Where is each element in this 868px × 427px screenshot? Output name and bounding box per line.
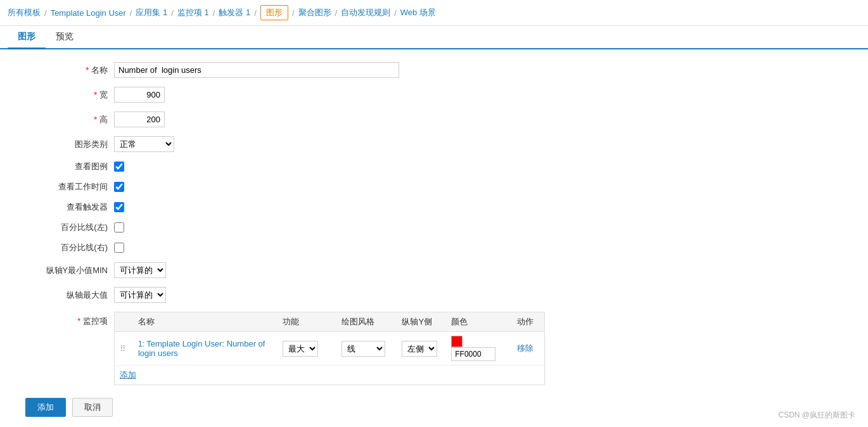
breadcrumb-sep1: / (44, 8, 47, 18)
col-color-header: 颜色 (446, 312, 511, 332)
graph-type-row: 图形类别 正常 堆叠 饼图 分离型饼图 (25, 136, 545, 152)
breadcrumb-autodiscover[interactable]: 自动发现规则 (341, 7, 390, 18)
breadcrumb-trigger[interactable]: 触发器 1 (219, 7, 250, 18)
monitor-row: 监控项 名称 功能 绘图风格 纵轴Y侧 颜色 动作 (25, 312, 545, 385)
view-workhours-label: 查看工作时间 (25, 181, 114, 193)
footer-buttons: 添加 取消 (25, 398, 545, 417)
percentile-left-checkbox[interactable] (114, 222, 124, 233)
drag-handle-icon[interactable]: ⠿ (120, 344, 126, 354)
view-workhours-checkbox[interactable] (114, 182, 124, 192)
height-label: 高 (25, 114, 114, 125)
color-swatch (451, 336, 463, 347)
percentile-right-checkbox[interactable] (114, 243, 124, 253)
form-container: 名称 宽 高 图形类别 正常 堆叠 饼图 分离型饼图 查看图例 查看工作时间 查… (0, 49, 570, 427)
table-add-link[interactable]: 添加 (115, 366, 544, 385)
item-action-cell: 移除 (512, 332, 544, 366)
ymax-row: 纵轴最大值 可计算的 固定 物品 (25, 287, 545, 303)
graph-type-select[interactable]: 正常 堆叠 饼图 分离型饼图 (114, 136, 174, 152)
view-legend-label: 查看图例 (25, 161, 114, 172)
breadcrumb-sep6: / (292, 8, 295, 18)
tab-preview[interactable]: 预览 (46, 26, 84, 49)
name-row: 名称 (25, 62, 545, 78)
name-label: 名称 (25, 65, 114, 76)
breadcrumb-monitor[interactable]: 监控项 1 (177, 7, 209, 18)
cancel-button[interactable]: 取消 (72, 398, 113, 417)
table-row: ⠿ 1: Template Login User: Number of logi… (115, 332, 544, 366)
col-drag (115, 312, 133, 332)
tab-bar: 图形 预览 (0, 26, 868, 49)
height-row: 高 (25, 112, 545, 127)
item-index: 1: (138, 340, 144, 348)
breadcrumb: 所有模板 / Template Login User / 应用集 1 / 监控项… (0, 0, 868, 26)
ymin-label: 纵轴Y最小值MIN (25, 265, 114, 276)
ymin-row: 纵轴Y最小值MIN 可计算的 固定 物品 (25, 262, 545, 278)
ymin-select[interactable]: 可计算的 固定 物品 (114, 262, 166, 278)
width-label: 宽 (25, 89, 114, 101)
item-style-cell: 线 点填充 粗线 阶梯线 (336, 332, 397, 366)
breadcrumb-sep7: / (335, 8, 338, 18)
ymax-label: 纵轴最大值 (25, 290, 114, 301)
width-input[interactable] (114, 87, 165, 103)
color-input[interactable] (451, 347, 495, 361)
breadcrumb-aggregate[interactable]: 聚合图形 (298, 7, 331, 18)
remove-link[interactable]: 移除 (517, 343, 533, 353)
breadcrumb-sep8: / (394, 8, 397, 18)
name-input[interactable] (114, 62, 399, 78)
item-style-select[interactable]: 线 点填充 粗线 阶梯线 (341, 341, 385, 357)
graph-type-label: 图形类别 (25, 139, 114, 150)
col-action-header: 动作 (512, 312, 544, 332)
percentile-right-label: 百分比线(右) (25, 242, 114, 253)
view-trigger-row: 查看触发器 (25, 201, 545, 213)
breadcrumb-template-login-user[interactable]: Template Login User (51, 8, 126, 18)
breadcrumb-sep5: / (254, 8, 257, 18)
tab-graph[interactable]: 图形 (8, 26, 46, 49)
view-workhours-row: 查看工作时间 (25, 181, 545, 193)
view-trigger-label: 查看触发器 (25, 201, 114, 213)
col-name-header: 名称 (133, 312, 278, 332)
width-row: 宽 (25, 87, 545, 103)
monitor-label: 监控项 (25, 312, 114, 327)
breadcrumb-sep3: / (171, 8, 174, 18)
view-legend-checkbox[interactable] (114, 162, 124, 172)
col-style-header: 绘图风格 (336, 312, 397, 332)
breadcrumb-sep4: / (213, 8, 215, 18)
height-input[interactable] (114, 112, 165, 127)
item-name-cell: 1: Template Login User: Number of login … (133, 332, 278, 366)
item-color-cell (446, 332, 511, 366)
table-header-row: 名称 功能 绘图风格 纵轴Y侧 颜色 动作 (115, 312, 544, 332)
item-func-cell: 最大 最小 平均 合计 (278, 332, 336, 366)
percentile-left-row: 百分比线(左) (25, 222, 545, 233)
view-trigger-checkbox[interactable] (114, 202, 124, 212)
add-button[interactable]: 添加 (25, 398, 66, 417)
breadcrumb-webscene[interactable]: Web 场景 (400, 7, 436, 18)
breadcrumb-graph-active[interactable]: 图形 (260, 5, 288, 20)
item-func-select[interactable]: 最大 最小 平均 合计 (283, 341, 318, 357)
ymax-select[interactable]: 可计算的 固定 物品 (114, 287, 166, 303)
item-yaxis-select[interactable]: 左侧 右侧 (402, 341, 437, 357)
item-name-link[interactable]: Template Login User: Number of login use… (138, 339, 265, 358)
breadcrumb-app[interactable]: 应用集 1 (136, 7, 167, 18)
col-func-header: 功能 (278, 312, 336, 332)
monitor-table: 名称 功能 绘图风格 纵轴Y侧 颜色 动作 ⠿ 1: (115, 312, 544, 366)
monitor-table-wrapper: 名称 功能 绘图风格 纵轴Y侧 颜色 动作 ⠿ 1: (114, 312, 545, 385)
breadcrumb-alltemplate[interactable]: 所有模板 (8, 7, 41, 18)
item-yaxis-cell: 左侧 右侧 (397, 332, 446, 366)
view-legend-row: 查看图例 (25, 161, 545, 172)
watermark: CSDN @疯狂的斯图卡 (778, 410, 855, 421)
percentile-right-row: 百分比线(右) (25, 242, 545, 253)
drag-handle-cell: ⠿ (115, 332, 133, 366)
breadcrumb-sep2: / (130, 8, 132, 18)
percentile-left-label: 百分比线(左) (25, 222, 114, 233)
col-yaxis-header: 纵轴Y侧 (397, 312, 446, 332)
